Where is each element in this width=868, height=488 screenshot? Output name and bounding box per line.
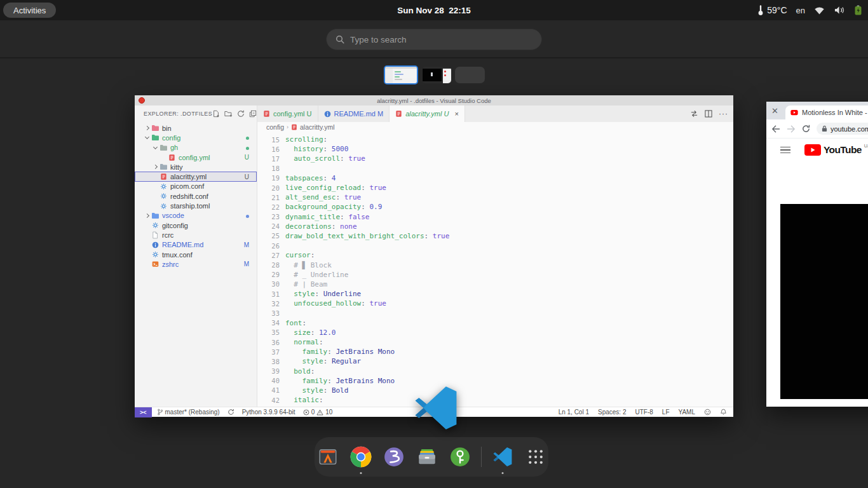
yaml-file-icon <box>263 110 270 118</box>
new-file-icon[interactable] <box>212 110 220 118</box>
notifications-bell-icon[interactable] <box>720 409 727 416</box>
warning-count: 10 <box>325 409 332 416</box>
dock-separator <box>481 447 482 467</box>
tree-item-rcrc[interactable]: rcrc <box>135 230 257 240</box>
code-line-16: 16 history: 5000 <box>257 144 733 154</box>
editor-tab-config.yml[interactable]: config.yml U <box>257 105 318 122</box>
editor-tab-alacritty.yml[interactable]: alacritty.yml U× <box>390 105 465 122</box>
editor-tab-README.md[interactable]: README.md M <box>318 105 390 122</box>
code-line-27: 27cursor: <box>257 250 733 260</box>
file-name: bin <box>162 125 172 132</box>
file-name: zshrc <box>162 261 179 268</box>
code-line-22: 22background_opacity: 0.9 <box>257 202 733 212</box>
forward-button[interactable] <box>787 125 796 133</box>
dock-keepassxc-icon[interactable] <box>448 445 472 469</box>
remote-indicator[interactable]: >< <box>135 407 152 417</box>
sync-changes-icon[interactable] <box>227 409 234 416</box>
workspace-thumbnail-1[interactable] <box>384 65 418 85</box>
line-number: 28 <box>257 261 285 269</box>
file-name: README.md <box>162 241 203 248</box>
dock-app-grid-icon[interactable] <box>524 445 548 469</box>
code-line-31: 31 style: Underline <box>257 289 733 299</box>
line-number: 18 <box>257 165 285 172</box>
system-tray[interactable]: 59°C en <box>757 0 862 20</box>
config-file-icon <box>152 222 159 229</box>
vscode-titlebar[interactable]: alacritty.yml - .dotfiles - Visual Studi… <box>135 95 733 105</box>
tree-item-kitty[interactable]: kitty <box>135 162 257 172</box>
open-changes-icon[interactable] <box>690 110 698 118</box>
reload-button[interactable] <box>802 125 810 133</box>
dock-files-icon[interactable] <box>415 445 439 469</box>
battery-charging-icon <box>855 5 862 15</box>
tree-item-README.md[interactable]: README.mdM <box>135 240 257 250</box>
code-line-32: 32 unfocused_hollow: true <box>257 299 733 308</box>
back-button[interactable] <box>771 125 780 133</box>
line-number: 15 <box>257 136 285 144</box>
address-bar[interactable]: youtube.com/wa <box>817 123 868 135</box>
line-number: 23 <box>257 213 285 220</box>
search-icon <box>336 35 344 44</box>
editor-more-actions-icon[interactable]: ··· <box>719 111 728 117</box>
clock[interactable]: Sun Nov 28 22:15 <box>0 6 868 15</box>
youtube-logo[interactable]: YouTube UA <box>804 144 868 156</box>
problems-indicator[interactable]: 0 10 <box>303 409 333 416</box>
yaml-file-icon <box>160 173 167 180</box>
tree-item-gitconfig[interactable]: gitconfig <box>135 220 257 230</box>
tree-item-alacritty.yml[interactable]: alacritty.ymlU <box>135 172 257 181</box>
tree-item-picom.conf[interactable]: picom.conf <box>135 182 257 191</box>
config-file-icon <box>160 193 167 200</box>
keyboard-layout-indicator[interactable]: en <box>796 6 805 15</box>
breadcrumb-folder[interactable]: config <box>266 123 284 131</box>
code-line-17: 17 auto_scroll: true <box>257 154 733 163</box>
workspace-thumbnail-2[interactable] <box>422 67 451 83</box>
file-name: redshift.conf <box>170 193 208 200</box>
close-tab-icon[interactable]: ✕ <box>771 106 778 116</box>
workspace-thumbnail-3[interactable] <box>455 67 485 83</box>
line-number: 41 <box>257 386 285 394</box>
feedback-icon[interactable] <box>704 409 711 416</box>
breadcrumb-file[interactable]: alacritty.yml <box>300 123 335 131</box>
tree-item-vscode[interactable]: vscode <box>135 211 257 220</box>
gnome-activities-overview: Activities Sun Nov 28 22:15 59°C en Type… <box>0 0 868 488</box>
git-branch-status[interactable]: master* (Rebasing) <box>157 409 220 416</box>
status-cursor-position[interactable]: Ln 1, Col 1 <box>559 409 589 416</box>
status-indentation[interactable]: Spaces: 2 <box>598 409 626 416</box>
status-encoding[interactable]: UTF-8 <box>635 409 653 416</box>
search-input[interactable]: Type to search <box>326 29 542 50</box>
video-player[interactable] <box>780 204 868 399</box>
tree-item-tmux.conf[interactable]: tmux.conf <box>135 250 257 259</box>
vscode-app-icon-dragged[interactable] <box>413 385 459 431</box>
tree-item-config.yml[interactable]: config.ymlU <box>135 152 257 162</box>
plain-file-icon <box>152 231 158 239</box>
line-number: 34 <box>257 319 285 327</box>
dock-chrome-icon[interactable] <box>349 445 373 469</box>
tree-item-zshrc[interactable]: zshrcM <box>135 259 257 269</box>
new-folder-icon[interactable] <box>224 110 233 118</box>
python-interpreter[interactable]: Python 3.9.9 64-bit <box>242 409 295 416</box>
menu-icon[interactable] <box>780 147 790 154</box>
tree-item-gh[interactable]: gh <box>135 143 257 152</box>
chrome-active-tab[interactable]: Motionless In White - <box>785 105 868 119</box>
split-editor-icon[interactable] <box>705 110 712 118</box>
folder-icon <box>159 163 168 170</box>
vscode-window: alacritty.yml - .dotfiles - Visual Studi… <box>135 95 733 417</box>
dock-emacs-icon[interactable] <box>382 445 406 469</box>
dock-alacritty-icon[interactable] <box>316 445 340 469</box>
breadcrumb[interactable]: config › alacritty.yml <box>257 122 733 132</box>
close-tab-icon[interactable]: × <box>454 110 458 118</box>
dock-vscode-icon[interactable] <box>491 445 515 469</box>
status-eol[interactable]: LF <box>662 409 670 416</box>
code-line-33: 33 <box>257 308 733 318</box>
tree-item-config[interactable]: config <box>135 133 257 142</box>
tree-item-redshift.conf[interactable]: redshift.conf <box>135 191 257 201</box>
window-close-button[interactable] <box>139 97 145 104</box>
status-language-mode[interactable]: YAML <box>679 409 696 416</box>
tree-item-starship.toml[interactable]: starship.toml <box>135 201 257 210</box>
code-editor[interactable]: 15scrolling:16 history: 500017 auto_scro… <box>257 132 733 407</box>
collapse-folders-icon[interactable] <box>249 110 257 118</box>
code-line-24: 24decorations: none <box>257 222 733 231</box>
refresh-explorer-icon[interactable] <box>237 110 245 118</box>
shell-file-icon <box>152 261 159 268</box>
code-line-25: 25draw_bold_text_with_bright_colors: tru… <box>257 231 733 241</box>
tree-item-bin[interactable]: bin <box>135 123 257 133</box>
